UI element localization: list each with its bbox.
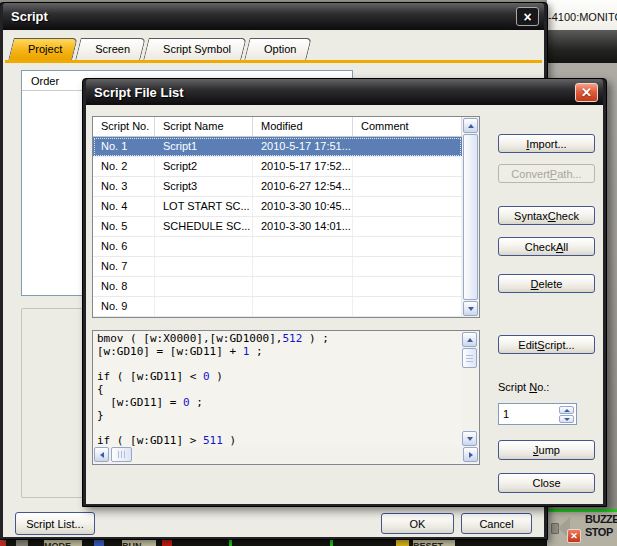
hmi-fragment: RESET bbox=[413, 540, 455, 546]
code-preview[interactable]: bmov ( [w:X0000],[w:GD1000],512 ) ;[w:GD… bbox=[92, 330, 480, 465]
hmi-bottom-strip: MODERUNRESET bbox=[0, 540, 547, 546]
table-cell: No. 6 bbox=[93, 237, 155, 256]
script-no-label: Script No.: bbox=[498, 381, 549, 393]
table-row[interactable]: No. 4LOT START SC...2010-3-30 10:45... bbox=[93, 197, 462, 217]
background-window-dark-band bbox=[547, 30, 617, 63]
table-row[interactable]: No. 3Script32010-6-27 12:54... bbox=[93, 177, 462, 197]
table-row[interactable]: No. 6 bbox=[93, 237, 462, 257]
buzzer-stop-label: BUZZER STOP bbox=[585, 513, 617, 539]
table-cell bbox=[353, 237, 462, 256]
hmi-fragment bbox=[330, 540, 333, 546]
code-hscrollbar[interactable] bbox=[94, 447, 478, 463]
script-dialog-titlebar[interactable]: Script × bbox=[3, 3, 544, 30]
table-cell: 2010-5-17 17:51... bbox=[253, 137, 353, 156]
table-cell bbox=[253, 297, 353, 316]
table-cell: Script1 bbox=[155, 137, 253, 156]
import-button[interactable]: Import... bbox=[498, 134, 595, 153]
table-cell bbox=[253, 237, 353, 256]
hmi-fragment bbox=[162, 540, 172, 546]
cancel-button[interactable]: Cancel bbox=[461, 513, 532, 534]
table-cell bbox=[353, 257, 462, 276]
script-table-header: Script No. Script Name Modified Comment bbox=[93, 117, 462, 137]
column-header-script-name[interactable]: Script Name bbox=[155, 117, 253, 136]
table-cell: SCHEDULE SC... bbox=[155, 217, 253, 236]
spinner-up-icon[interactable] bbox=[559, 406, 574, 414]
close-icon[interactable]: ✕ bbox=[575, 83, 598, 102]
tab-script-symbol[interactable]: Script Symbol bbox=[146, 38, 244, 60]
table-row[interactable]: No. 7 bbox=[93, 257, 462, 277]
delete-button[interactable]: Delete bbox=[498, 274, 595, 293]
table-cell bbox=[155, 237, 253, 256]
scrollbar-thumb[interactable] bbox=[463, 134, 478, 300]
table-cell: Script2 bbox=[155, 157, 253, 176]
script-table[interactable]: Script No. Script Name Modified Comment … bbox=[92, 116, 480, 318]
table-cell: No. 2 bbox=[93, 157, 155, 176]
column-header-script-no[interactable]: Script No. bbox=[93, 117, 155, 136]
code-vscrollbar[interactable] bbox=[462, 332, 478, 446]
table-cell bbox=[155, 297, 253, 316]
hmi-fragment bbox=[396, 540, 409, 546]
table-cell: No. 8 bbox=[93, 277, 155, 296]
script-dialog-title: Script bbox=[11, 9, 48, 24]
hmi-fragment bbox=[229, 540, 232, 546]
hmi-fragment bbox=[16, 540, 28, 546]
table-cell bbox=[353, 137, 462, 156]
table-scrollbar[interactable] bbox=[462, 117, 479, 317]
table-cell: No. 1 bbox=[93, 137, 155, 156]
table-cell: No. 7 bbox=[93, 257, 155, 276]
scroll-down-icon[interactable] bbox=[462, 431, 477, 446]
tab-option[interactable]: Option bbox=[247, 38, 309, 60]
tab-screen[interactable]: Screen bbox=[78, 38, 143, 60]
mute-x-icon: ✕ bbox=[567, 529, 581, 543]
syntax-check-button[interactable]: Syntax Check bbox=[498, 206, 595, 225]
scroll-left-icon[interactable] bbox=[94, 447, 109, 462]
table-cell: No. 5 bbox=[93, 217, 155, 236]
table-cell: Script3 bbox=[155, 177, 253, 196]
hmi-fragment: RUN bbox=[122, 540, 156, 546]
scroll-down-icon[interactable] bbox=[463, 301, 478, 316]
table-cell bbox=[353, 217, 462, 236]
script-code[interactable]: bmov ( [w:X0000],[w:GD1000],512 ) ;[w:GD… bbox=[97, 333, 460, 446]
table-cell: LOT START SC... bbox=[155, 197, 253, 216]
ok-button[interactable]: OK bbox=[381, 513, 454, 534]
spinner-down-icon[interactable] bbox=[559, 415, 574, 423]
tab-underline bbox=[5, 60, 542, 63]
script-no-spinner[interactable]: 1 bbox=[498, 403, 577, 425]
column-header-comment[interactable]: Comment bbox=[353, 117, 462, 136]
scroll-up-icon[interactable] bbox=[463, 118, 478, 133]
table-cell: No. 4 bbox=[93, 197, 155, 216]
table-row[interactable]: No. 5SCHEDULE SC...2010-3-30 14:01... bbox=[93, 217, 462, 237]
table-row[interactable]: No. 8 bbox=[93, 277, 462, 297]
convert-path-button: Convert Path... bbox=[498, 164, 595, 183]
scrollbar-thumb[interactable] bbox=[462, 348, 477, 368]
table-cell bbox=[155, 277, 253, 296]
table-cell bbox=[353, 197, 462, 216]
column-header-modified[interactable]: Modified bbox=[253, 117, 353, 136]
script-list-button[interactable]: Script List... bbox=[15, 512, 95, 535]
file-list-title: Script File List bbox=[94, 85, 184, 100]
close-button[interactable]: Close bbox=[498, 473, 595, 493]
hmi-fragment bbox=[94, 540, 104, 546]
close-icon[interactable]: × bbox=[516, 7, 539, 26]
tab-project[interactable]: Project bbox=[11, 38, 75, 60]
scrollbar-thumb[interactable] bbox=[111, 447, 132, 462]
background-window-titlebar: -4100:MONITO bbox=[547, 0, 617, 30]
jump-button[interactable]: Jump bbox=[498, 440, 595, 460]
table-cell bbox=[353, 297, 462, 316]
edit-script-button[interactable]: Edit Script... bbox=[498, 335, 595, 354]
table-row[interactable]: No. 2Script22010-5-17 17:52... bbox=[93, 157, 462, 177]
script-file-list-dialog: Script File List ✕ Script No. Script Nam… bbox=[82, 78, 607, 507]
table-row[interactable]: No. 9 bbox=[93, 297, 462, 317]
table-cell: 2010-5-17 17:52... bbox=[253, 157, 353, 176]
script-table-body: No. 1Script12010-5-17 17:51...No. 2Scrip… bbox=[93, 137, 462, 317]
check-all-button[interactable]: Check All bbox=[498, 237, 595, 256]
hmi-fragment: MODE bbox=[44, 540, 82, 546]
file-list-titlebar[interactable]: Script File List ✕ bbox=[86, 79, 603, 105]
table-row[interactable]: No. 1Script12010-5-17 17:51... bbox=[93, 137, 462, 157]
table-cell: No. 3 bbox=[93, 177, 155, 196]
scroll-up-icon[interactable] bbox=[462, 332, 477, 347]
scroll-right-icon[interactable] bbox=[463, 447, 478, 462]
tab-bar: Project Screen Script Symbol Option bbox=[11, 38, 309, 60]
table-cell: 2010-6-27 12:54... bbox=[253, 177, 353, 196]
table-cell: 2010-3-30 10:45... bbox=[253, 197, 353, 216]
